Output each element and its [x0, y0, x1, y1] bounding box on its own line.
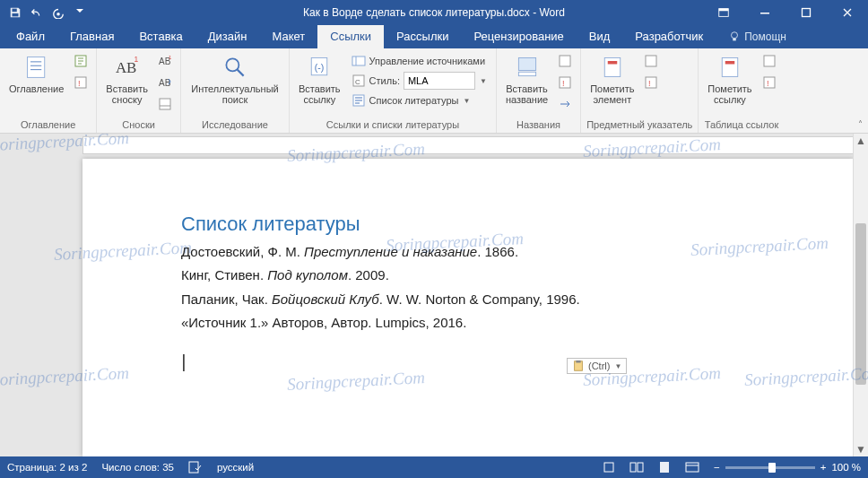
insert-endnote-button[interactable]: AB1: [155, 51, 175, 71]
tell-me-label: Помощн: [744, 30, 786, 43]
insert-citation-button[interactable]: (-) Вставить ссылку: [295, 51, 344, 107]
update-table-button[interactable]: !: [555, 73, 575, 92]
insert-footnote-button[interactable]: AB1 Вставить сноску: [102, 51, 152, 107]
insert-table-figures-button[interactable]: [555, 51, 575, 71]
tab-layout[interactable]: Макет: [259, 25, 317, 48]
group-captions-label: Названия: [502, 117, 575, 133]
status-word-count[interactable]: Число слов: 35: [101, 462, 174, 473]
bibliography-entry: Паланик, Чак. Бойцовский Клуб. W. W. Nor…: [181, 291, 818, 309]
page[interactable]: Список литературы Достоевский, Ф. М. Пре…: [82, 159, 854, 456]
status-page[interactable]: Страница: 2 из 2: [7, 462, 87, 473]
maximize-icon[interactable]: [786, 0, 827, 25]
toc-button[interactable]: Оглавление: [5, 51, 67, 96]
scroll-down-icon[interactable]: ▼: [854, 442, 868, 456]
bibliography-button[interactable]: Список литературы ▼: [348, 91, 490, 110]
cross-reference-button[interactable]: [555, 94, 575, 114]
caption-label: Вставить название: [506, 83, 548, 105]
citation-icon: (-): [305, 53, 334, 82]
tab-home[interactable]: Главная: [57, 25, 126, 48]
add-text-button[interactable]: [71, 51, 91, 71]
svg-rect-21: [160, 99, 170, 109]
group-citations: (-) Вставить ссылку Управление источника…: [290, 48, 497, 133]
scroll-up-icon[interactable]: ▲: [854, 134, 868, 148]
tab-file[interactable]: Файл: [4, 25, 57, 48]
zoom-out-icon[interactable]: −: [714, 462, 720, 473]
title-bar: Как в Ворде сделать список литературы.do…: [0, 0, 868, 25]
entry-title: Преступление и наказание: [304, 244, 477, 259]
tell-me[interactable]: Помощн: [716, 26, 799, 48]
entry-text: «Источник 1.» Авторов, Автор. Lumpics, 2…: [181, 315, 466, 330]
style-value-input[interactable]: [404, 72, 475, 90]
ribbon: Оглавление ! Оглавление AB1 Вставить сно…: [0, 48, 868, 134]
save-icon[interactable]: [5, 3, 25, 22]
horizontal-ruler[interactable]: [82, 136, 854, 154]
group-toc: Оглавление ! Оглавление: [0, 48, 97, 133]
undo-icon[interactable]: [27, 3, 47, 22]
next-footnote-button[interactable]: AB: [155, 73, 175, 92]
zoom-slider[interactable]: − + 100 %: [714, 462, 861, 473]
tab-references[interactable]: Ссылки: [317, 25, 384, 48]
svg-rect-27: [352, 56, 365, 65]
insert-caption-button[interactable]: Вставить название: [502, 51, 551, 107]
mark-entry-button[interactable]: Пометить элемент: [586, 51, 638, 107]
tab-view[interactable]: Вид: [577, 25, 623, 48]
tab-design[interactable]: Дизайн: [195, 25, 260, 48]
update-toa-button[interactable]: !: [760, 73, 779, 92]
manage-sources-button[interactable]: Управление источниками: [348, 51, 490, 71]
ribbon-display-icon[interactable]: [703, 0, 744, 25]
group-research: Интеллектуальный поиск Исследование: [181, 48, 290, 133]
group-captions: Вставить название ! Названия: [497, 48, 581, 133]
group-toa-label: Таблица ссылок: [704, 117, 778, 133]
zoom-in-icon[interactable]: +: [820, 462, 827, 473]
svg-point-2: [56, 13, 60, 16]
bibliography-entry: Кинг, Стивен. Под куполом. 2009.: [181, 266, 818, 284]
svg-text:(-): (-): [315, 62, 325, 73]
mark-citation-label: Пометить ссылку: [707, 83, 751, 105]
entry-rest: . W. W. Norton & Company, 1996.: [379, 291, 580, 307]
tab-insert[interactable]: Вставка: [126, 25, 195, 48]
status-language[interactable]: русский: [217, 462, 254, 473]
minimize-icon[interactable]: [744, 0, 786, 25]
insert-index-button[interactable]: [641, 51, 661, 71]
view-print-layout[interactable]: [658, 461, 671, 474]
zoom-knob[interactable]: [768, 463, 776, 473]
manage-sources-icon: [352, 54, 366, 68]
group-index-label: Предметный указатель: [586, 117, 692, 133]
svg-rect-9: [27, 57, 44, 78]
collapse-ribbon-icon[interactable]: ˄: [858, 119, 863, 129]
status-macro[interactable]: [603, 461, 615, 474]
view-read-mode[interactable]: [629, 461, 644, 474]
smart-lookup-button[interactable]: Интеллектуальный поиск: [187, 51, 283, 107]
tab-mailings[interactable]: Рассылки: [384, 25, 461, 48]
group-index: Пометить элемент ! Предметный указатель: [581, 48, 699, 133]
insert-toa-button[interactable]: [760, 51, 779, 71]
svg-rect-36: [518, 72, 535, 75]
vertical-scrollbar[interactable]: ▲ ▼: [853, 134, 868, 456]
zoom-value[interactable]: 100 %: [831, 462, 861, 473]
group-footnotes-label: Сноски: [102, 117, 175, 133]
tab-developer[interactable]: Разработчик: [622, 25, 716, 48]
zoom-track[interactable]: [725, 466, 815, 469]
citation-style-dropdown[interactable]: C Стиль: ▼: [348, 71, 490, 91]
bibliography-label: Список литературы: [369, 95, 459, 106]
close-icon[interactable]: [827, 0, 868, 25]
svg-rect-57: [686, 463, 699, 472]
mark-citation-button[interactable]: Пометить ссылку: [704, 51, 755, 107]
toc-icon: [22, 53, 51, 82]
chevron-down-icon: ▼: [480, 77, 487, 85]
svg-point-7: [732, 32, 738, 39]
scroll-thumb[interactable]: [855, 223, 866, 385]
svg-rect-35: [518, 58, 535, 71]
bibliography-icon: [352, 93, 366, 108]
update-index-button[interactable]: !: [641, 73, 661, 92]
show-notes-button[interactable]: [155, 94, 175, 114]
redo-icon[interactable]: [48, 3, 68, 22]
view-web-layout[interactable]: [685, 461, 699, 474]
status-spellcheck[interactable]: [188, 461, 203, 474]
tab-review[interactable]: Рецензирование: [461, 25, 576, 48]
update-toc-button[interactable]: !: [71, 73, 91, 92]
svg-rect-41: [608, 61, 618, 65]
lightbulb-icon: [728, 30, 741, 43]
svg-rect-56: [660, 462, 669, 473]
qat-customize-icon[interactable]: [70, 3, 90, 22]
